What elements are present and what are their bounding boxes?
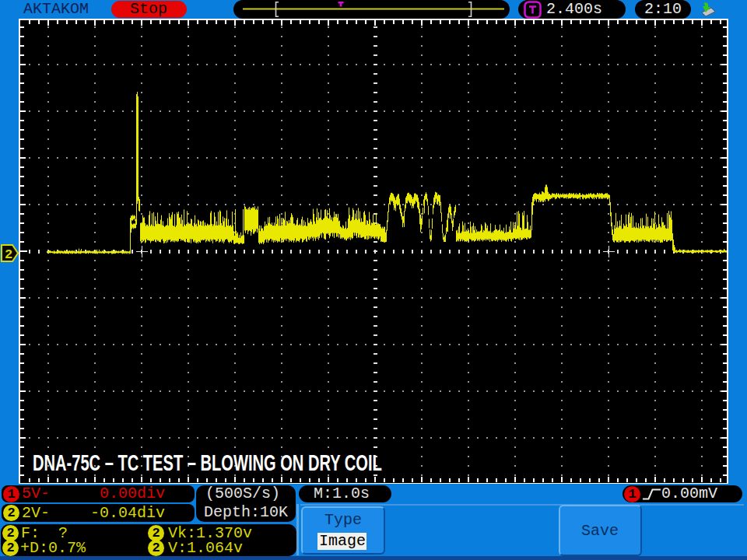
svg-text:2: 2 [5, 247, 12, 262]
